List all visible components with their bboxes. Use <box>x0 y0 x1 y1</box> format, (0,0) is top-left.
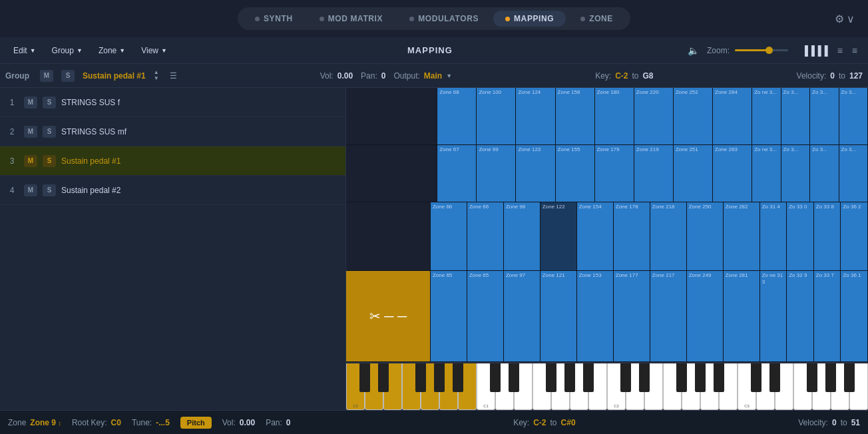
black-key-10[interactable] <box>546 363 556 392</box>
tab-mod-matrix[interactable]: MOD MATRIX <box>308 11 395 27</box>
cell-4-14[interactable]: Zo 33 7 <box>814 271 841 361</box>
black-key-22[interactable] <box>769 363 779 392</box>
cell-1-4[interactable]: Zone 100 <box>477 88 516 144</box>
mute-button[interactable]: M <box>40 70 53 82</box>
black-key-4[interactable] <box>434 363 444 392</box>
black-key-26[interactable] <box>844 363 854 392</box>
group-menu[interactable]: Group ▼ <box>47 43 88 58</box>
grid-view-icon[interactable]: ≡ <box>849 44 860 57</box>
cell-1-9[interactable]: Zone 252 <box>674 88 713 144</box>
tune-value[interactable]: -...5 <box>156 418 170 427</box>
cell-4-4[interactable]: Zone 65 <box>467 271 504 361</box>
zone-menu[interactable]: Zone ▼ <box>93 43 130 58</box>
track1-solo[interactable]: S <box>43 97 56 108</box>
cell-3-3[interactable]: Zone 66 <box>431 202 467 270</box>
edit-menu[interactable]: Edit ▼ <box>8 43 41 58</box>
cell-4-3[interactable]: Zone 65 <box>431 271 467 361</box>
cell-4-10[interactable]: Zone 249 <box>687 271 724 361</box>
track-item-2[interactable]: 2 M S STRINGS SUS mf <box>0 117 345 146</box>
cell-4-13[interactable]: Zo 32 9 <box>787 271 814 361</box>
cell-3-8[interactable]: Zone 178 <box>614 202 650 270</box>
black-key-14[interactable] <box>620 363 630 392</box>
black-key-7[interactable] <box>490 363 500 392</box>
cell-4-12[interactable]: Zo ne 31 3 <box>760 271 787 361</box>
cell-3-6[interactable]: Zone 122 <box>541 202 577 270</box>
settings-icon[interactable]: ⚙ ∨ <box>835 13 855 25</box>
black-key-21[interactable] <box>751 363 761 392</box>
cell-1-6[interactable]: Zone 156 <box>556 88 595 144</box>
cell-2-13[interactable]: Zo 3... <box>810 145 839 202</box>
cell-1-11[interactable]: Zo ne 3... <box>752 88 781 144</box>
cell-2-7[interactable]: Zone 179 <box>595 145 634 202</box>
cell-3-15[interactable]: Zo 36 2 <box>841 202 868 270</box>
zoom-slider[interactable] <box>735 49 788 51</box>
cell-2-6[interactable]: Zone 155 <box>556 145 595 202</box>
black-key-17[interactable] <box>676 363 686 392</box>
solo-button[interactable]: S <box>61 70 75 82</box>
cell-3-5[interactable]: Zone 98 <box>504 202 541 270</box>
cell-1-3[interactable]: Zone 68 <box>437 88 477 144</box>
track-item-1[interactable]: 1 M S STRINGS SUS f <box>0 88 345 117</box>
tab-mapping[interactable]: MAPPING <box>493 11 566 27</box>
black-key-8[interactable] <box>509 363 519 392</box>
cell-2-3[interactable]: Zone 67 <box>437 145 477 202</box>
zone-value[interactable]: Zone 9 ↕ <box>30 418 61 427</box>
cell-4-gold[interactable]: ✂ ─ ─ <box>346 271 431 361</box>
track4-mute[interactable]: M <box>24 184 37 196</box>
cell-2-11[interactable]: Zo ne 3... <box>752 145 781 202</box>
tab-modulators[interactable]: MODULATORS <box>397 11 491 27</box>
black-key-15[interactable] <box>639 363 649 392</box>
cell-3-7[interactable]: Zone 154 <box>577 202 614 270</box>
cell-3-12[interactable]: Zo 31 4 <box>760 202 787 270</box>
black-key-1[interactable] <box>378 363 388 392</box>
black-key-11[interactable] <box>564 363 574 392</box>
cell-3-14[interactable]: Zo 33 8 <box>814 202 841 270</box>
cell-4-11[interactable]: Zone 281 <box>724 271 760 361</box>
track3-solo[interactable]: S <box>43 155 56 167</box>
cell-2-8[interactable]: Zone 219 <box>634 145 674 202</box>
cell-1-8[interactable]: Zone 220 <box>634 88 674 144</box>
track2-mute[interactable]: M <box>24 126 37 138</box>
black-key-3[interactable] <box>415 363 425 392</box>
key-from-value[interactable]: C-2 <box>533 418 546 427</box>
cell-2-10[interactable]: Zone 283 <box>713 145 752 202</box>
cell-4-9[interactable]: Zone 217 <box>650 271 687 361</box>
list-view-icon[interactable]: ≡ <box>835 44 845 57</box>
black-key-24[interactable] <box>807 363 817 392</box>
cell-3-10[interactable]: Zone 250 <box>687 202 724 270</box>
track1-mute[interactable]: M <box>24 97 37 108</box>
cell-3-9[interactable]: Zone 218 <box>650 202 687 270</box>
cell-1-13[interactable]: Zo 3... <box>810 88 839 144</box>
vol-value[interactable]: 0.00 <box>240 418 255 427</box>
cell-4-6[interactable]: Zone 121 <box>541 271 577 361</box>
cell-1-12[interactable]: Zo 3... <box>781 88 810 144</box>
black-key-25[interactable] <box>825 363 835 392</box>
cell-2-14[interactable]: Zo 3... <box>839 145 868 202</box>
velocity-to-value[interactable]: 51 <box>851 418 860 427</box>
black-key-5[interactable] <box>453 363 463 392</box>
cell-2-5[interactable]: Zone 123 <box>516 145 555 202</box>
track2-solo[interactable]: S <box>43 126 56 138</box>
cell-1-14[interactable]: Zo 3... <box>839 88 868 144</box>
pitch-button[interactable]: Pitch <box>180 417 212 429</box>
key-to-value[interactable]: C#0 <box>561 418 576 427</box>
cell-3-13[interactable]: Zo 33 0 <box>787 202 814 270</box>
bar-view-icon[interactable]: ▐▐▐▐ <box>799 44 831 57</box>
group-arrows[interactable]: ▲ ▼ <box>154 70 159 81</box>
view-menu[interactable]: View ▼ <box>136 43 172 58</box>
black-key-12[interactable] <box>583 363 593 392</box>
root-key-value[interactable]: C0 <box>111 418 121 427</box>
black-key-0[interactable] <box>359 363 369 392</box>
cell-2-9[interactable]: Zone 251 <box>674 145 713 202</box>
black-key-19[interactable] <box>714 363 724 392</box>
pan-value[interactable]: 0 <box>286 418 291 427</box>
cell-1-10[interactable]: Zone 284 <box>713 88 752 144</box>
velocity-from-value[interactable]: 0 <box>832 418 837 427</box>
black-key-18[interactable] <box>695 363 705 392</box>
cell-1-5[interactable]: Zone 124 <box>516 88 555 144</box>
cell-4-8[interactable]: Zone 177 <box>614 271 650 361</box>
speaker-icon[interactable]: 🔈 <box>688 45 699 56</box>
track-item-3[interactable]: 3 M S Sustain pedal #1 <box>0 146 345 176</box>
cell-3-4[interactable]: Zone 66 <box>467 202 504 270</box>
cell-2-4[interactable]: Zone 99 <box>477 145 516 202</box>
